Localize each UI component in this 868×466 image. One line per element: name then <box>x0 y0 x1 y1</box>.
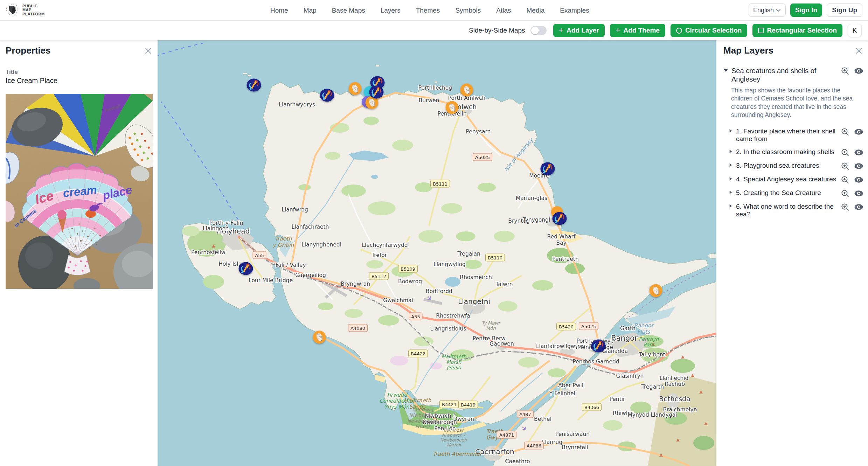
map-label: Four Mile Bridge <box>249 277 293 284</box>
svg-text:B4366: B4366 <box>584 405 599 410</box>
layer-item-label[interactable]: 1. Favorite place where their shell came… <box>736 127 837 143</box>
layer-visibility-icon[interactable] <box>854 189 863 198</box>
road-badge: A55 <box>253 251 266 259</box>
layer-item-label[interactable]: 4. Special Anglesey sea creatures <box>736 175 837 183</box>
caret-down-icon[interactable] <box>723 68 728 73</box>
map-label: Caergeiliog <box>295 272 326 278</box>
map-marker-shell[interactable] <box>349 82 362 95</box>
map-marker-mermaid[interactable] <box>553 212 567 225</box>
nav-item-base-maps[interactable]: Base Maps <box>332 7 365 14</box>
map-label: Marian-glas <box>516 195 547 201</box>
road-badge: B5111 <box>431 180 450 187</box>
layer-visibility-icon[interactable] <box>854 175 863 184</box>
layer-visibility-icon[interactable] <box>854 148 863 157</box>
sign-in-button[interactable]: Sign In <box>790 4 822 17</box>
map-marker-mermaid[interactable] <box>247 79 261 92</box>
nav-item-symbols[interactable]: Symbols <box>455 7 481 14</box>
title-field-value: Ice Cream Place <box>6 77 153 85</box>
map-label: Tynygongl <box>522 217 550 223</box>
layer-item-1[interactable]: 1. Favorite place where their shell came… <box>723 125 863 146</box>
layer-item-label[interactable]: 6. What one word to describe the sea? <box>736 203 837 218</box>
app-logo: PUBLIC MAP PLATFORM <box>5 3 45 18</box>
top-nav-bar: PUBLIC MAP PLATFORM HomeMapBase MapsLaye… <box>0 0 868 21</box>
caret-right-icon[interactable] <box>728 190 733 195</box>
road-badge: B5112 <box>369 272 389 280</box>
map-label: Caeathro <box>505 458 530 465</box>
main-nav: HomeMapBase MapsLayersThemesSymbolsAtlas… <box>270 0 589 21</box>
nav-item-media[interactable]: Media <box>526 7 544 14</box>
map-label: Penisarwaun <box>555 431 590 437</box>
language-select[interactable]: English <box>749 4 786 17</box>
zoom-to-layer-icon[interactable] <box>841 175 849 184</box>
map-label: Llanfwrog <box>282 207 308 213</box>
map-marker-shell[interactable] <box>460 84 473 97</box>
caret-right-icon[interactable] <box>728 176 733 181</box>
layer-group-row[interactable]: Sea creatures and shells of Anglesey <box>723 67 863 83</box>
map-label: Traeth Abermenai <box>433 451 481 457</box>
circle-icon <box>676 28 682 34</box>
zoom-to-layer-icon[interactable] <box>841 148 849 157</box>
nav-item-themes[interactable]: Themes <box>416 7 440 14</box>
map-label: Pentraeth <box>552 256 579 262</box>
layer-item-5[interactable]: 5. Creating the Sea Creature <box>723 187 863 200</box>
road-badge: A4086 <box>525 442 544 449</box>
add-layer-button[interactable]: + Add Layer <box>553 24 605 37</box>
map-label: Burwen <box>419 97 439 104</box>
layer-visibility-icon[interactable] <box>854 203 863 211</box>
zoom-to-layer-icon[interactable] <box>841 127 849 136</box>
layer-visibility-icon[interactable] <box>854 127 863 136</box>
circular-selection-button[interactable]: Circular Selection <box>671 24 748 37</box>
layer-item-4[interactable]: 4. Special Anglesey sea creatures <box>723 173 863 187</box>
svg-text:B4421: B4421 <box>442 402 457 407</box>
layer-item-2[interactable]: 2. In the classroom making shells <box>723 146 863 159</box>
nav-item-examples[interactable]: Examples <box>560 7 589 14</box>
map-marker-shell[interactable] <box>650 284 662 297</box>
side-by-side-toggle[interactable] <box>530 26 547 35</box>
layer-visibility-icon[interactable] <box>854 67 863 75</box>
map-label: Gaerwen <box>489 341 514 347</box>
svg-text:B5420: B5420 <box>559 324 574 329</box>
caret-right-icon[interactable] <box>728 149 733 154</box>
map-label: Penrhos Garnedd <box>572 359 619 365</box>
zoom-to-layer-icon[interactable] <box>841 203 849 211</box>
map-label: Braichmelyn <box>663 406 697 413</box>
layer-item-label[interactable]: 5. Creating the Sea Creature <box>736 189 837 197</box>
rectangular-selection-button[interactable]: Rectangular Selection <box>752 24 842 37</box>
map-label: Traethy Gribin <box>273 236 294 248</box>
zoom-to-layer-icon[interactable] <box>841 67 849 75</box>
map-marker-mermaid[interactable] <box>369 86 384 99</box>
map-marker-shell[interactable] <box>313 331 326 344</box>
map-marker-shell[interactable] <box>446 101 459 114</box>
layer-item-label[interactable]: 3. Playground sea creatures <box>736 162 837 169</box>
map-label: Trefor <box>371 252 387 258</box>
close-properties-button[interactable] <box>144 46 153 55</box>
map-marker-mermaid[interactable] <box>591 340 606 353</box>
map-marker-mermaid[interactable] <box>541 162 555 175</box>
layer-visibility-icon[interactable] <box>854 162 863 171</box>
nav-item-home[interactable]: Home <box>270 7 288 14</box>
svg-text:B5110: B5110 <box>488 255 502 260</box>
map-label: Dwyran <box>453 416 474 422</box>
map-canvas[interactable]: ✈✈ HolyheadLlangefniBangorCaernarfonBeth… <box>158 40 716 466</box>
close-layers-button[interactable] <box>854 46 863 55</box>
layer-item-6[interactable]: 6. What one word to describe the sea? <box>723 200 863 221</box>
zoom-to-layer-icon[interactable] <box>841 189 849 198</box>
nav-item-atlas[interactable]: Atlas <box>496 7 511 14</box>
map-label: Bodwrog <box>398 278 422 285</box>
map-label: Pentir <box>610 396 626 402</box>
sign-up-button[interactable]: Sign Up <box>827 4 862 17</box>
map-label: Llaingoch <box>203 225 229 232</box>
add-theme-button[interactable]: + Add Theme <box>610 24 665 37</box>
caret-right-icon[interactable] <box>728 128 733 133</box>
layer-item-label[interactable]: 2. In the classroom making shells <box>736 148 837 156</box>
user-avatar-button[interactable]: K <box>848 24 862 37</box>
caret-right-icon[interactable] <box>728 204 733 208</box>
nav-item-map[interactable]: Map <box>304 7 317 14</box>
caret-right-icon[interactable] <box>728 163 733 167</box>
map-marker-mermaid[interactable] <box>239 262 253 275</box>
layer-item-3[interactable]: 3. Playground sea creatures <box>723 159 863 173</box>
map-toolbar: Side-by-Side Maps + Add Layer + Add Them… <box>0 21 868 40</box>
map-marker-mermaid[interactable] <box>320 89 334 102</box>
nav-item-layers[interactable]: Layers <box>381 7 401 14</box>
zoom-to-layer-icon[interactable] <box>841 162 849 171</box>
